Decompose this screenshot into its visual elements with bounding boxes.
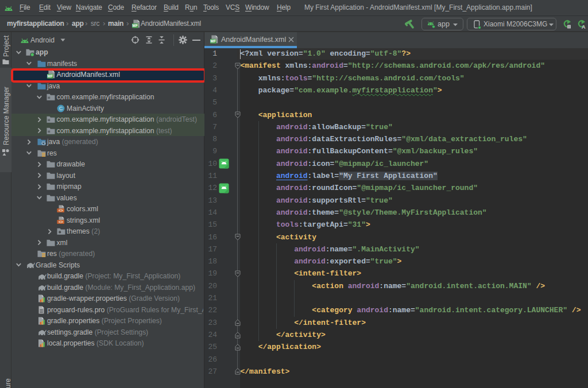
svg-text:MF: MF bbox=[133, 24, 138, 28]
svg-text:<>: <> bbox=[59, 208, 63, 212]
svg-text:<>: <> bbox=[59, 219, 63, 223]
svg-text:MF: MF bbox=[211, 39, 216, 43]
svg-text:C: C bbox=[59, 106, 63, 111]
svg-text:A: A bbox=[582, 24, 586, 29]
